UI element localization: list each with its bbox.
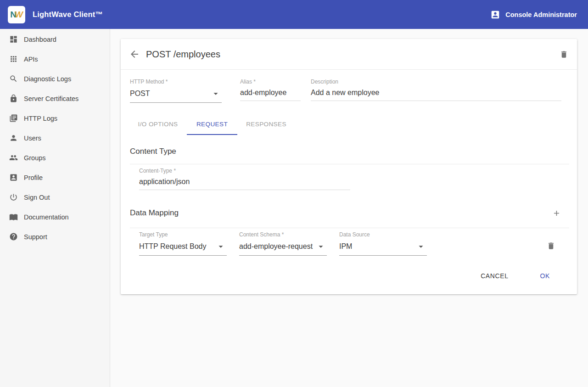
sidebar-item-groups[interactable]: Groups xyxy=(0,148,110,168)
data-source-value: IPM xyxy=(339,242,352,251)
http-method-value: POST xyxy=(130,90,150,98)
sidebar-item-label: Diagnostic Logs xyxy=(24,75,71,83)
data-mapping-row: Target Type HTTP Request Body Content Sc… xyxy=(139,231,569,256)
endpoint-fields-row: HTTP Method * POST Alias * add-employee … xyxy=(130,79,569,103)
chevron-down-icon xyxy=(416,241,426,252)
account-box-icon xyxy=(9,173,18,182)
endpoint-editor-card: POST /employees HTTP Method * POST xyxy=(121,39,577,294)
target-type-value: HTTP Request Body xyxy=(139,242,206,251)
tab-request[interactable]: REQUEST xyxy=(187,114,237,135)
plus-icon xyxy=(552,209,561,218)
back-arrow-icon xyxy=(129,49,140,60)
people-icon xyxy=(9,153,18,162)
sidebar-item-documentation[interactable]: Documentation xyxy=(0,207,110,227)
lock-icon xyxy=(9,94,18,103)
ok-button[interactable]: OK xyxy=(533,268,557,284)
logs-icon xyxy=(9,114,18,123)
sidebar-item-http-logs[interactable]: HTTP Logs xyxy=(0,108,110,128)
description-value: Add a new employee xyxy=(311,89,379,97)
section-divider xyxy=(130,228,569,228)
form-actions: CANCEL OK xyxy=(130,268,569,294)
sidebar-item-label: Groups xyxy=(24,154,46,162)
sidebar-item-server-certificates[interactable]: Server Certificates xyxy=(0,89,110,108)
sidebar-item-label: Server Certificates xyxy=(24,95,78,102)
trash-icon xyxy=(547,241,555,250)
content-schema-select[interactable]: Content Schema * add-employee-request xyxy=(239,231,327,256)
logo-letter-n: N xyxy=(10,10,15,20)
dashboard-icon xyxy=(9,35,18,44)
data-source-label: Data Source xyxy=(339,231,427,238)
data-mapping-heading-row: Data Mapping xyxy=(130,208,569,218)
app-header: NW LightWave Client™ Console Administrat… xyxy=(0,0,588,29)
back-button[interactable] xyxy=(129,49,140,60)
sidebar-item-dashboard[interactable]: Dashboard xyxy=(0,29,110,49)
sidebar-item-label: APIs xyxy=(24,56,38,63)
power-icon xyxy=(9,193,18,202)
content-type-section-heading: Content Type xyxy=(130,147,569,156)
page-title: POST /employees xyxy=(146,49,220,60)
sidebar-item-sign-out[interactable]: Sign Out xyxy=(0,187,110,207)
http-method-select[interactable]: HTTP Method * POST xyxy=(130,79,222,103)
logo-letter-w: W xyxy=(15,10,21,20)
sidebar-item-support[interactable]: Support xyxy=(0,227,110,247)
trash-icon xyxy=(560,50,568,59)
sidebar-nav: Dashboard APIs Diagnostic Logs Server Ce… xyxy=(0,29,110,387)
delete-mapping-button[interactable] xyxy=(547,241,555,250)
sidebar-item-label: Profile xyxy=(24,174,43,181)
content-schema-value: add-employee-request xyxy=(239,242,313,251)
sidebar-item-label: Support xyxy=(24,233,47,241)
target-type-label: Target Type xyxy=(139,231,227,238)
person-icon xyxy=(9,134,18,142)
chevron-down-icon xyxy=(216,241,226,252)
sidebar-item-profile[interactable]: Profile xyxy=(0,168,110,187)
book-icon xyxy=(9,213,18,221)
sidebar-item-label: HTTP Logs xyxy=(24,115,57,122)
tab-io-options[interactable]: I/O OPTIONS xyxy=(133,114,183,135)
sidebar-item-apis[interactable]: APIs xyxy=(0,49,110,69)
add-data-mapping-button[interactable] xyxy=(552,209,561,218)
content-type-field[interactable]: Content-Type * application/json xyxy=(139,168,350,190)
apps-grid-icon xyxy=(9,55,18,63)
section-tabs: I/O OPTIONS REQUEST RESPONSES xyxy=(133,114,569,135)
search-icon xyxy=(9,74,18,83)
sidebar-item-label: Sign Out xyxy=(24,194,50,201)
user-account-button[interactable]: Console Administrator xyxy=(490,10,577,20)
target-type-select[interactable]: Target Type HTTP Request Body xyxy=(139,231,227,256)
alias-field[interactable]: Alias * add-employee xyxy=(240,79,301,103)
account-box-icon xyxy=(490,10,500,20)
content-type-value: application/json xyxy=(139,178,190,186)
http-method-label: HTTP Method * xyxy=(130,79,222,85)
card-header: POST /employees xyxy=(121,39,577,70)
description-label: Description xyxy=(311,79,561,85)
card-body: HTTP Method * POST Alias * add-employee … xyxy=(121,79,577,294)
main-content: POST /employees HTTP Method * POST xyxy=(110,29,588,387)
section-divider xyxy=(130,164,569,164)
tab-responses[interactable]: RESPONSES xyxy=(241,114,291,135)
content-schema-label: Content Schema * xyxy=(239,231,327,238)
alias-value: add-employee xyxy=(240,89,286,97)
app-logo: NW xyxy=(8,6,25,23)
data-source-select[interactable]: Data Source IPM xyxy=(339,231,427,256)
alias-label: Alias * xyxy=(240,79,301,85)
cancel-button[interactable]: CANCEL xyxy=(473,268,515,284)
content-type-label: Content-Type * xyxy=(139,168,350,174)
sidebar-item-users[interactable]: Users xyxy=(0,128,110,148)
chevron-down-icon xyxy=(211,89,221,99)
sidebar-item-label: Users xyxy=(24,135,41,142)
sidebar-item-label: Documentation xyxy=(24,213,69,221)
delete-endpoint-button[interactable] xyxy=(560,50,568,59)
help-icon xyxy=(9,232,18,241)
sidebar-item-diagnostic-logs[interactable]: Diagnostic Logs xyxy=(0,69,110,89)
user-name: Console Administrator xyxy=(505,11,577,18)
data-mapping-section-heading: Data Mapping xyxy=(130,208,179,218)
chevron-down-icon xyxy=(316,241,326,252)
description-field[interactable]: Description Add a new employee xyxy=(311,79,561,103)
sidebar-item-label: Dashboard xyxy=(24,36,56,43)
app-title: LightWave Client™ xyxy=(33,10,103,19)
